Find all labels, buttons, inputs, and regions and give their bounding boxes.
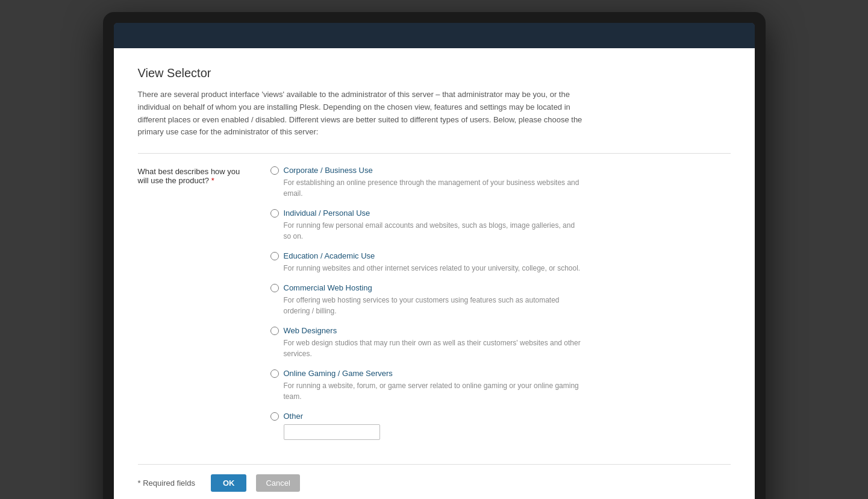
divider-top <box>138 153 731 154</box>
divider-bottom <box>138 464 731 465</box>
label-gaming[interactable]: Online Gaming / Game Servers <box>284 369 393 378</box>
desc-commercial: For offering web hosting services to you… <box>270 295 584 316</box>
label-other[interactable]: Other <box>284 412 304 421</box>
laptop-screen: View Selector There are several product … <box>114 23 755 499</box>
ok-button[interactable]: OK <box>211 474 247 492</box>
laptop-frame: View Selector There are several product … <box>103 12 766 499</box>
radio-corporate[interactable] <box>270 166 279 175</box>
options-group: Corporate / Business Use For establishin… <box>270 166 731 450</box>
desc-education: For running websites and other internet … <box>270 263 584 274</box>
radio-education[interactable] <box>270 252 279 260</box>
desc-corporate: For establishing an online presence thro… <box>270 177 584 199</box>
radio-webdesign[interactable] <box>270 327 279 335</box>
cancel-button[interactable]: Cancel <box>256 474 299 492</box>
desc-webdesign: For web design studios that may run thei… <box>270 337 584 359</box>
desc-gaming: For running a website, forum, or game se… <box>270 380 584 402</box>
top-bar <box>114 23 755 48</box>
radio-individual[interactable] <box>270 209 279 218</box>
desc-individual: For running few personal email accounts … <box>270 220 584 242</box>
page-title: View Selector <box>138 66 731 80</box>
label-corporate[interactable]: Corporate / Business Use <box>284 166 373 175</box>
option-item-other: Other <box>270 412 731 440</box>
form-row: What best describes how you will use the… <box>138 166 731 450</box>
option-item-education: Education / Academic Use For running web… <box>270 251 731 274</box>
option-item-webdesign: Web Designers For web design studios tha… <box>270 326 731 359</box>
required-asterisk: * <box>211 176 214 185</box>
option-item-commercial: Commercial Web Hosting For offering web … <box>270 283 731 316</box>
label-education[interactable]: Education / Academic Use <box>284 251 375 260</box>
option-item-individual: Individual / Personal Use For running fe… <box>270 209 731 242</box>
radio-commercial[interactable] <box>270 284 279 292</box>
required-fields-note: * Required fields <box>138 479 195 488</box>
option-item-corporate: Corporate / Business Use For establishin… <box>270 166 731 199</box>
label-commercial[interactable]: Commercial Web Hosting <box>284 283 372 292</box>
page-description: There are several product interface 'vie… <box>138 89 584 139</box>
question-label: What best describes how you will use the… <box>138 166 252 450</box>
footer-row: * Required fields OK Cancel <box>138 474 731 492</box>
radio-gaming[interactable] <box>270 369 279 378</box>
option-item-gaming: Online Gaming / Game Servers For running… <box>270 369 731 402</box>
other-text-input[interactable] <box>284 424 380 440</box>
label-individual[interactable]: Individual / Personal Use <box>284 209 370 218</box>
radio-other[interactable] <box>270 412 279 421</box>
browser-content: View Selector There are several product … <box>114 48 755 499</box>
label-webdesign[interactable]: Web Designers <box>284 326 337 335</box>
